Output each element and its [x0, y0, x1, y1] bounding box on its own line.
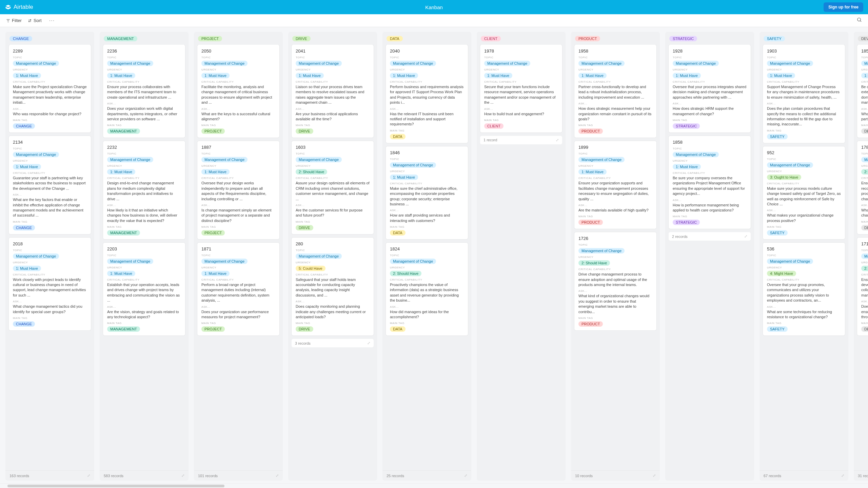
card[interactable]: 2134 TOPIC Management of Change URGENCY …: [9, 136, 91, 234]
card[interactable]: 1887 TOPIC Management of Change URGENCY …: [197, 141, 279, 239]
field-urgency-label: URGENCY: [201, 164, 275, 167]
ask-text: Is change management simply an element o…: [201, 208, 275, 223]
card[interactable]: 1978 TOPIC Management of Change URGENCY …: [480, 45, 562, 133]
card[interactable]: 1726 TOPIC Management of Change URGENCY …: [574, 232, 656, 330]
card[interactable]: 1903 TOPIC Management of Change URGENCY …: [763, 45, 845, 143]
card[interactable]: 1858 TOPIC Management of Change URGENCY …: [669, 136, 751, 229]
filter-button[interactable]: Filter: [6, 18, 22, 23]
view-title: Kanban: [425, 4, 443, 10]
expand-icon[interactable]: ⤢: [87, 473, 90, 478]
h-scrollbar-thumb[interactable]: [7, 485, 224, 487]
card[interactable]: 2289 TOPIC Management of Change URGENCY …: [9, 45, 91, 133]
lane-tag: DRIVE: [292, 36, 311, 41]
expand-icon[interactable]: ⤢: [276, 473, 279, 478]
expand-icon[interactable]: ⤢: [744, 234, 747, 239]
field-maintag-label: MAIN TAG: [578, 317, 652, 320]
card[interactable]: 2203 TOPIC Management of Change URGENCY …: [103, 243, 185, 336]
maintag-pill: PROJECT: [201, 326, 225, 332]
card[interactable]: 1715 TOPIC Management of Change URGENCY …: [857, 238, 868, 336]
card[interactable]: 2018 TOPIC Management of Change URGENCY …: [9, 238, 91, 330]
lane-body[interactable]: 2040 TOPIC Management of Change URGENCY …: [382, 45, 471, 470]
record-count: 3 records: [295, 341, 311, 345]
lane-body[interactable]: 1903 TOPIC Management of Change URGENCY …: [760, 45, 848, 470]
ask-text: How did managers get ideas for the accom…: [390, 309, 464, 320]
airtable-icon: [5, 4, 12, 11]
lane-body[interactable]: 2050 TOPIC Management of Change URGENCY …: [194, 45, 283, 470]
card[interactable]: 1857 TOPIC Management of Change URGENCY …: [857, 45, 868, 138]
topic-pill: Management of Change: [201, 259, 248, 264]
sort-icon: [28, 19, 32, 23]
card[interactable]: 952 TOPIC Management of Change URGENCY 3…: [763, 146, 845, 239]
card[interactable]: 2232 TOPIC Management of Change URGENCY …: [103, 141, 185, 239]
card[interactable]: 2040 TOPIC Management of Change URGENCY …: [386, 45, 468, 143]
maintag-pill: SAFETY: [767, 326, 788, 332]
lane-body[interactable]: 1928 TOPIC Management of Change URGENCY …: [665, 45, 754, 481]
record-count: 67 records: [764, 474, 781, 478]
lane-footer: 67 records⤢: [760, 470, 848, 481]
lane-body[interactable]: 1857 TOPIC Management of Change URGENCY …: [854, 45, 868, 470]
expand-icon[interactable]: ⤢: [841, 473, 844, 478]
lane-body[interactable]: 2236 TOPIC Management of Change URGENCY …: [100, 45, 189, 470]
card[interactable]: 536 TOPIC Management of Change URGENCY 4…: [763, 243, 845, 336]
urgency-pill: 2: Should Have: [296, 169, 327, 175]
field-maintag-label: MAIN TAG: [107, 322, 181, 325]
maintag-pill: CLIENT: [484, 123, 504, 129]
field-maintag-label: MAIN TAG: [390, 129, 464, 132]
more-button[interactable]: ···: [48, 18, 56, 24]
brand[interactable]: Airtable: [5, 4, 33, 11]
field-urgency-label: URGENCY: [13, 261, 87, 264]
lane-body[interactable]: 1978 TOPIC Management of Change URGENCY …: [477, 45, 566, 481]
topic-pill: Management of Change: [201, 157, 248, 162]
sort-button[interactable]: Sort: [28, 18, 42, 23]
signup-button[interactable]: Sign up for free: [824, 2, 863, 12]
expand-icon[interactable]: ⤢: [367, 341, 370, 345]
lane-body[interactable]: 2289 TOPIC Management of Change URGENCY …: [5, 45, 94, 470]
critcap-text: Perform business and requirements analys…: [390, 84, 464, 105]
kanban-board[interactable]: CHANGE 2289 TOPIC Management of Change U…: [0, 27, 868, 483]
card[interactable]: 2041 TOPIC Management of Change URGENCY …: [292, 45, 374, 138]
card[interactable]: 1958 TOPIC Management of Change URGENCY …: [574, 45, 656, 138]
field-topic-label: TOPIC: [578, 243, 652, 246]
lane-body[interactable]: 2041 TOPIC Management of Change URGENCY …: [288, 45, 377, 481]
brand-text: Airtable: [14, 4, 33, 11]
card[interactable]: 1899 TOPIC Management of Change URGENCY …: [574, 141, 656, 229]
expand-icon[interactable]: ⤢: [556, 138, 559, 142]
critcap-text: Secure that your team functions include …: [484, 84, 558, 105]
card[interactable]: 1846 TOPIC Management of Change URGENCY …: [386, 146, 468, 239]
field-critcap-label: CRITICAL CAPABILITY: [861, 177, 868, 180]
card-id: 1887: [201, 145, 275, 150]
lane-tag: CLIENT: [481, 36, 501, 41]
card[interactable]: 1824 TOPIC Management of Change URGENCY …: [386, 243, 468, 336]
card-id: 1928: [673, 48, 747, 54]
card[interactable]: 1785 TOPIC Management of Change URGENCY …: [857, 141, 868, 234]
expand-icon[interactable]: ⤢: [181, 473, 184, 478]
card[interactable]: 2236 TOPIC Management of Change URGENCY …: [103, 45, 185, 138]
field-ask-label: ASK...: [201, 305, 275, 308]
maintag-pill: SAFETY: [767, 134, 788, 139]
card[interactable]: 1928 TOPIC Management of Change URGENCY …: [669, 45, 751, 133]
card[interactable]: 1603 TOPIC Management of Change URGENCY …: [292, 141, 374, 234]
field-ask-label: ASK...: [201, 107, 275, 110]
card[interactable]: 280 TOPIC Management of Change URGENCY 5…: [292, 238, 374, 336]
field-ask-label: ASK...: [390, 305, 464, 308]
expand-icon[interactable]: ⤢: [464, 473, 467, 478]
field-topic-label: TOPIC: [107, 152, 181, 155]
card[interactable]: 1871 TOPIC Management of Change URGENCY …: [197, 243, 279, 336]
expand-icon[interactable]: ⤢: [653, 473, 656, 478]
lane-tag: SAFETY: [764, 36, 785, 41]
maintag-pill: DEVELOPMENT: [861, 128, 868, 134]
card-id: 1903: [767, 48, 841, 54]
card[interactable]: 2050 TOPIC Management of Change URGENCY …: [197, 45, 279, 138]
maintag-pill: PROJECT: [201, 128, 225, 134]
critcap-text: Assure your design optimizes all element…: [296, 181, 370, 202]
lane-tag: DEVELOPMENT: [858, 36, 868, 41]
field-urgency-label: URGENCY: [296, 68, 370, 71]
lane-body[interactable]: 1958 TOPIC Management of Change URGENCY …: [571, 45, 660, 470]
urgency-pill: 1: Must Have: [390, 73, 418, 78]
urgency-pill: 3: Ought to Have: [767, 175, 801, 180]
lane-header: DRIVE: [288, 32, 377, 45]
search-button[interactable]: [857, 17, 862, 24]
critcap-text: Proactively champions the value of infor…: [390, 282, 464, 303]
field-critcap-label: CRITICAL CAPABILITY: [201, 80, 275, 83]
h-scrollbar[interactable]: [0, 483, 868, 488]
